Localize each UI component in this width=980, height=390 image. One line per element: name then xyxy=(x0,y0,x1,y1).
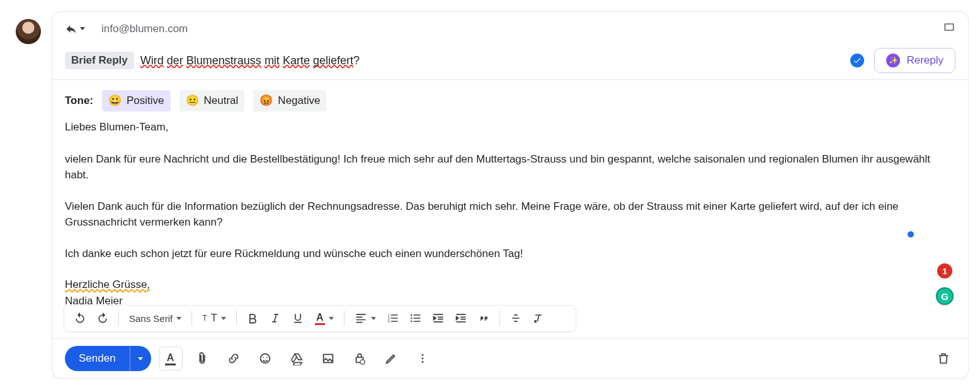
separator xyxy=(118,311,119,326)
confidential-button[interactable] xyxy=(348,347,372,370)
bold-icon xyxy=(246,312,259,324)
email-paragraph: Ich danke euch schon jetzt für eure Rück… xyxy=(65,246,955,262)
svg-point-3 xyxy=(411,314,413,316)
underline-icon xyxy=(292,312,304,324)
separator xyxy=(236,311,237,326)
more-options-button[interactable] xyxy=(411,347,435,370)
svg-point-14 xyxy=(421,361,423,363)
redo-icon xyxy=(96,312,109,324)
compose-header: info@blumen.com xyxy=(52,12,968,43)
tone-label: Tone: xyxy=(65,93,93,109)
insert-link-button[interactable] xyxy=(222,347,246,370)
avatar[interactable] xyxy=(16,19,41,44)
chevron-down-icon xyxy=(80,27,85,30)
align-button[interactable] xyxy=(350,307,381,329)
numbered-list-button[interactable]: 123 xyxy=(382,307,404,329)
tone-positive[interactable]: 😀Positive xyxy=(102,90,171,112)
strikethrough-button[interactable] xyxy=(505,307,527,329)
drive-button[interactable] xyxy=(285,347,309,370)
image-icon xyxy=(321,352,335,365)
text-color-button[interactable]: A xyxy=(310,307,339,329)
svg-point-13 xyxy=(421,358,423,360)
email-signoff: Herzliche Grüsse, xyxy=(65,278,150,290)
email-signature-name: Nadia Meier xyxy=(65,293,955,305)
tone-neutral[interactable]: 😐Neutral xyxy=(179,90,245,112)
error-count-badge[interactable]: 1 xyxy=(937,263,952,278)
paperclip-icon xyxy=(195,352,209,365)
signature-button[interactable] xyxy=(379,347,403,370)
indent-more-button[interactable] xyxy=(450,307,472,329)
remove-format-button[interactable] xyxy=(528,307,549,329)
tone-chip-label: Positive xyxy=(127,93,164,109)
check-icon xyxy=(853,56,862,65)
reply-arrow-icon xyxy=(65,23,77,35)
pen-icon xyxy=(384,352,398,365)
chevron-down-icon xyxy=(329,317,334,320)
link-icon xyxy=(227,352,241,365)
separator xyxy=(499,311,500,326)
rereply-button[interactable]: ✨ Rereply xyxy=(874,48,955,73)
undo-icon xyxy=(74,312,86,324)
verified-badge[interactable] xyxy=(850,54,864,67)
insert-emoji-button[interactable] xyxy=(253,347,277,370)
chevron-down-icon xyxy=(371,317,376,320)
tone-negative[interactable]: 😡Negative xyxy=(253,90,326,112)
lock-clock-icon xyxy=(353,352,367,365)
insert-image-button[interactable] xyxy=(316,347,340,370)
grammarly-button[interactable]: G xyxy=(936,287,954,305)
numbered-list-icon: 123 xyxy=(387,312,399,324)
chevron-down-icon xyxy=(221,317,226,320)
more-vert-icon xyxy=(416,352,430,365)
discard-button[interactable] xyxy=(932,347,955,370)
remove-format-icon xyxy=(532,312,545,324)
suggestion-dot-icon[interactable] xyxy=(908,231,914,238)
email-body-area[interactable]: Tone: 😀Positive😐Neutral😡Negative Liebes … xyxy=(52,80,968,305)
compose-window: info@blumen.com Brief Reply Wird der Blu… xyxy=(52,11,969,379)
svg-point-7 xyxy=(263,357,264,358)
underline-button[interactable] xyxy=(287,307,309,329)
to-address[interactable]: info@blumen.com xyxy=(101,23,188,35)
italic-button[interactable] xyxy=(265,307,286,329)
reply-type-button[interactable] xyxy=(65,23,85,35)
attach-button[interactable] xyxy=(190,347,214,370)
email-body[interactable]: Liebes Blumen-Team, vielen Dank für eure… xyxy=(65,119,955,305)
svg-point-5 xyxy=(411,321,413,323)
font-family-select[interactable]: Sans Serif xyxy=(124,307,186,329)
indent-less-icon xyxy=(432,312,445,324)
italic-icon xyxy=(269,312,282,324)
format-toggle-button[interactable]: A xyxy=(159,347,183,370)
quote-icon xyxy=(477,312,490,324)
font-size-select[interactable]: TT xyxy=(197,307,231,329)
svg-point-12 xyxy=(421,354,423,356)
trash-icon xyxy=(937,352,950,365)
drive-icon xyxy=(290,352,304,365)
email-paragraph: vielen Dank für eure Nachricht und die B… xyxy=(65,151,955,183)
strikethrough-icon xyxy=(510,312,522,324)
emoji-icon: 😀 xyxy=(108,93,122,109)
send-options-button[interactable] xyxy=(130,346,151,371)
bulleted-list-icon xyxy=(409,312,422,324)
format-toolbar: Sans Serif TT A 123 xyxy=(64,305,576,332)
chevron-down-icon xyxy=(176,317,181,320)
subject-text[interactable]: Wird der Blumenstrauss mit Karte geliefe… xyxy=(140,54,360,67)
email-paragraph: Vielen Dank auch für die Information bez… xyxy=(65,198,955,231)
popout-icon xyxy=(943,21,955,33)
popout-button[interactable] xyxy=(943,21,955,37)
bottom-bar: Senden A xyxy=(52,338,968,378)
bold-button[interactable] xyxy=(242,307,263,329)
quote-button[interactable] xyxy=(473,307,494,329)
indent-less-button[interactable] xyxy=(428,307,449,329)
send-group: Senden xyxy=(65,346,151,371)
emoji-icon: 😡 xyxy=(259,93,273,109)
tone-selector: Tone: 😀Positive😐Neutral😡Negative xyxy=(65,90,955,112)
redo-button[interactable] xyxy=(92,307,113,329)
send-button[interactable]: Senden xyxy=(65,346,130,371)
floating-indicators: 1 G xyxy=(936,263,954,305)
brief-reply-badge[interactable]: Brief Reply xyxy=(65,52,134,69)
svg-point-4 xyxy=(411,318,413,319)
undo-button[interactable] xyxy=(69,307,91,329)
indent-more-icon xyxy=(455,312,467,324)
svg-point-11 xyxy=(360,360,365,364)
svg-text:3: 3 xyxy=(387,319,389,323)
bulleted-list-button[interactable] xyxy=(405,307,426,329)
